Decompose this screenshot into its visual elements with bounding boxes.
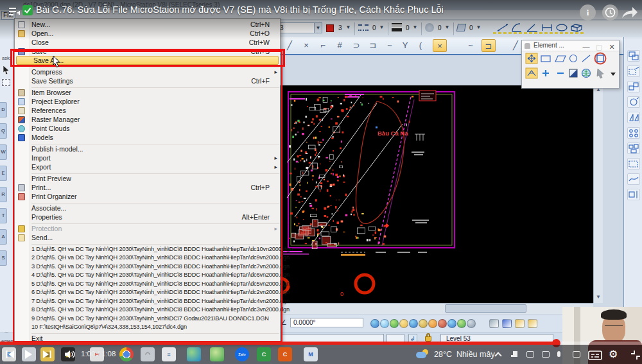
menu-item-models[interactable]: Models (15, 133, 280, 142)
mirror-icon[interactable] (627, 112, 640, 123)
task-chip-a[interactable]: A (0, 229, 7, 245)
method-icon[interactable] (526, 68, 537, 78)
minimize-icon[interactable]: — (582, 42, 591, 52)
menu-item-export[interactable]: Export▸ (15, 162, 280, 171)
recent-file-item[interactable]: 5 D:\qh\5. QH va DC Tay Ninh\QH 2030\Tay… (15, 279, 280, 288)
selection-tool-icon[interactable]: ⊐ (482, 39, 496, 52)
menu-item-import[interactable]: Import▸ (15, 153, 280, 162)
taskbar-chrome-icon[interactable] (119, 347, 134, 361)
taskbar-edge-icon[interactable] (187, 347, 201, 361)
taskbar-coccoc-icon[interactable] (210, 347, 224, 361)
menu-item-publish-i-model[interactable]: Publish i-model... (15, 144, 280, 153)
watch-later-icon[interactable] (602, 4, 618, 21)
stretch-icon[interactable] (627, 158, 640, 169)
scroll-down-icon[interactable]: ▼ (596, 294, 601, 300)
menu-item-properties[interactable]: PropertiesAlt+Enter (15, 212, 280, 221)
menu-item-print[interactable]: Print...Ctrl+P (15, 183, 280, 192)
tray-camera-icon[interactable] (526, 351, 534, 358)
menu-item-save[interactable]: SaveCtrl+S (15, 47, 280, 56)
rotate-icon[interactable] (627, 96, 640, 108)
menu-item-point-clouds[interactable]: Point Clouds (15, 124, 280, 133)
menu-item-protection[interactable]: Protection▸ (15, 224, 280, 233)
menu-item-associate[interactable]: Associate... (15, 204, 280, 212)
tangent-snap-icon[interactable]: ⊃ (349, 39, 363, 52)
tray-cast-icon[interactable] (573, 351, 580, 358)
menu-item-save-settings[interactable]: Save SettingsCtrl+F (15, 76, 280, 85)
maximize-icon[interactable]: ▢ (594, 42, 603, 52)
imagery-icon[interactable] (409, 319, 418, 328)
vertical-scrollbar[interactable]: ▲ ▼ (593, 85, 603, 303)
recent-file-item[interactable]: 4 D:\qh\5. QH va DC Tay Ninh\QH 2030\Tay… (15, 271, 280, 280)
recent-file-item[interactable]: 6 D:\qh\5. QH va DC Tay Ninh\QH 2030\Tay… (15, 288, 280, 297)
line-tool-icon[interactable] (582, 55, 590, 62)
fence-tool-icon[interactable] (2, 79, 10, 86)
array-icon[interactable] (627, 127, 640, 139)
add-selection-icon[interactable] (542, 70, 549, 76)
flag-icon[interactable] (502, 319, 512, 328)
drawing-view[interactable]: 0 Bàu Cà Na (281, 85, 593, 303)
group-icon[interactable] (627, 143, 640, 154)
task-chip-d[interactable]: D (0, 102, 7, 117)
rectangle-tool-icon[interactable] (541, 56, 550, 62)
angle-field[interactable]: 0.0000° (290, 318, 363, 327)
settings-icon[interactable]: ⚙ (609, 348, 618, 360)
midpoint-snap-icon[interactable]: ⌐ (316, 39, 330, 52)
taskbar-paint-icon[interactable]: ◠ (141, 347, 155, 361)
select-element-icon[interactable] (526, 53, 537, 64)
copy-icon[interactable] (627, 50, 640, 62)
scale-icon[interactable] (627, 81, 640, 92)
play-icon[interactable] (24, 349, 33, 360)
menu-item-print-organizer[interactable]: Print Organizer (15, 192, 280, 201)
tray-chevron-up-icon[interactable] (494, 352, 501, 359)
menu-item-item-browser[interactable]: Item Browser (15, 88, 280, 97)
arc-snap-icon[interactable]: ( (413, 39, 428, 52)
nearest-snap-icon[interactable]: ╱ (282, 39, 297, 52)
recent-file-item[interactable]: 7 D:\qh\5. QH va DC Tay Ninh\QH 2030\Tay… (15, 297, 280, 306)
recent-file-item[interactable]: 10 F:\testQH\SaiGon\Q8\p7\4\324,338,153,… (15, 323, 280, 332)
pointer-tool-icon[interactable] (2, 65, 11, 75)
extend-icon[interactable] (627, 189, 640, 200)
task-chip-r[interactable]: R (0, 187, 7, 202)
parallelogram-tool-icon[interactable] (555, 56, 566, 62)
taskbar-notepad-icon[interactable]: ≡ (162, 347, 176, 361)
recent-file-item[interactable]: 2 D:\qh\5. QH va DC Tay Ninh\QH 2030\Tay… (15, 254, 280, 263)
next-icon[interactable] (42, 350, 52, 359)
captions-icon[interactable] (588, 351, 602, 360)
menu-item-references[interactable]: References (15, 106, 280, 115)
angle-lock-icon[interactable]: ∠ (281, 318, 287, 327)
folder-out-icon[interactable] (515, 319, 525, 328)
tray-mic-icon[interactable] (557, 351, 560, 357)
globe-icon[interactable] (370, 319, 379, 328)
task-chip-w[interactable]: W (0, 144, 7, 160)
taskbar-camtasia-icon[interactable]: C (257, 347, 271, 361)
recent-file-item[interactable]: 1 D:\qh\5. QH va DC Tay Ninh\QH 2030\Tay… (15, 245, 280, 254)
bisector-snap-icon[interactable]: Y (398, 39, 412, 52)
recent-file-item[interactable]: 3 D:\qh\5. QH va DC Tay Ninh\QH 2030\Tay… (15, 262, 280, 271)
screen-icon[interactable] (428, 319, 437, 328)
no-selection-icon[interactable] (595, 53, 606, 64)
grid-snap-icon[interactable]: # (333, 39, 347, 52)
world-selection-icon[interactable] (582, 69, 591, 78)
element-selection-window[interactable]: Element ... — ▢ ✕ (521, 40, 620, 89)
task-chip-t[interactable]: T (0, 208, 7, 223)
taskbar-microstation-icon[interactable]: M (304, 347, 318, 361)
share-icon[interactable] (620, 5, 638, 19)
volume-icon[interactable] (64, 350, 76, 359)
curve-snap-icon[interactable]: ~ (383, 39, 397, 52)
weather-text[interactable]: 28°C Nhiều mây (434, 350, 495, 359)
pointer-icon[interactable] (597, 69, 603, 78)
playlist-icon[interactable] (8, 7, 20, 16)
clipboard-icon[interactable] (438, 319, 447, 328)
close-icon[interactable]: ✕ (607, 42, 616, 52)
locate-icon[interactable] (390, 319, 399, 328)
horizontal-scrollbar-thumb[interactable] (445, 304, 526, 313)
menu-item-raster-manager[interactable]: Raster Manager (15, 115, 280, 124)
tray-input-icon[interactable] (542, 351, 550, 358)
menu-item-project-explorer[interactable]: Project Explorer (15, 97, 280, 106)
previous-icon[interactable] (5, 350, 15, 359)
task-chip-q[interactable]: Q (0, 123, 7, 139)
collapse-icon[interactable] (630, 350, 641, 360)
recent-file-item[interactable]: 9 D:\qh\5. QH va DC Tay Ninh\QH 2030\Tay… (15, 314, 280, 323)
links-icon[interactable] (489, 319, 499, 328)
info-icon[interactable]: i (580, 4, 596, 21)
